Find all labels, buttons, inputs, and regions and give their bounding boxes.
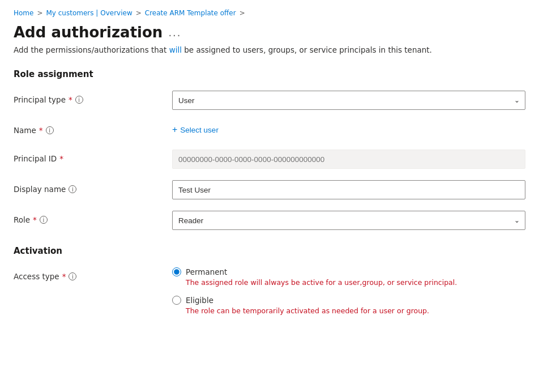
plus-icon: + bbox=[172, 125, 177, 135]
principal-type-select[interactable]: User Group Service Principal bbox=[172, 91, 525, 110]
principal-type-row: Principal type * i User Group Service Pr… bbox=[14, 91, 525, 110]
breadcrumb-mycustomers[interactable]: My customers | Overview bbox=[46, 9, 132, 17]
eligible-text: Eligible bbox=[186, 296, 213, 305]
access-type-radio-group: Permanent The assigned role will always … bbox=[172, 267, 525, 316]
breadcrumb-create[interactable]: Create ARM Template offer bbox=[145, 9, 236, 17]
breadcrumb-sep2: > bbox=[136, 9, 142, 17]
name-row: Name * i + Select user bbox=[14, 121, 525, 138]
name-required: * bbox=[39, 126, 43, 135]
role-assignment-title: Role assignment bbox=[14, 69, 525, 79]
principal-id-input[interactable] bbox=[172, 150, 525, 169]
principal-type-info-icon[interactable]: i bbox=[75, 96, 83, 104]
eligible-option: Eligible The role can be temporarily act… bbox=[172, 296, 525, 316]
principal-type-select-wrapper: User Group Service Principal ⌄ bbox=[172, 91, 525, 110]
display-name-control bbox=[172, 180, 525, 199]
access-type-info-icon[interactable]: i bbox=[69, 272, 76, 280]
principal-id-required: * bbox=[59, 154, 63, 163]
access-type-control: Permanent The assigned role will always … bbox=[172, 267, 525, 316]
role-assignment-section: Role assignment Principal type * i User … bbox=[14, 69, 525, 230]
page-description: Add the permissions/authorizations that … bbox=[14, 44, 525, 56]
display-name-row: Display name i bbox=[14, 180, 525, 199]
activation-title: Activation bbox=[14, 246, 525, 256]
breadcrumb-sep1: > bbox=[37, 9, 42, 17]
role-required: * bbox=[33, 215, 37, 224]
name-control: + Select user bbox=[172, 121, 525, 138]
page-title-dots[interactable]: ... bbox=[168, 27, 181, 39]
principal-type-label: Principal type * i bbox=[14, 91, 172, 104]
description-highlight: will bbox=[169, 45, 182, 54]
role-select-wrapper: Reader Owner Contributor ⌄ bbox=[172, 211, 525, 230]
permanent-option: Permanent The assigned role will always … bbox=[172, 267, 525, 288]
select-user-button[interactable]: + Select user bbox=[172, 121, 219, 138]
breadcrumb: Home > My customers | Overview > Create … bbox=[14, 9, 525, 17]
display-name-label: Display name i bbox=[14, 180, 172, 194]
breadcrumb-sep3: > bbox=[239, 9, 245, 17]
page-title: Add authorization bbox=[14, 24, 162, 41]
select-user-label: Select user bbox=[180, 126, 219, 134]
role-select[interactable]: Reader Owner Contributor bbox=[172, 211, 525, 230]
permanent-radio[interactable] bbox=[172, 267, 181, 276]
access-type-label: Access type * i bbox=[14, 267, 172, 281]
display-name-input[interactable] bbox=[172, 180, 525, 199]
description-start: Add the permissions/authorizations that bbox=[14, 45, 169, 54]
display-name-info-icon[interactable]: i bbox=[69, 185, 76, 193]
description-end: be assigned to users, groups, or service… bbox=[182, 45, 432, 54]
page-title-container: Add authorization ... bbox=[14, 24, 525, 41]
name-info-icon[interactable]: i bbox=[46, 126, 54, 134]
principal-id-label: Principal ID * bbox=[14, 150, 172, 163]
principal-id-control bbox=[172, 150, 525, 169]
eligible-description: The role can be temporarily activated as… bbox=[186, 306, 525, 316]
role-label: Role * i bbox=[14, 211, 172, 224]
access-type-row: Access type * i Permanent The assigned r… bbox=[14, 267, 525, 316]
principal-type-required: * bbox=[69, 95, 72, 104]
role-row: Role * i Reader Owner Contributor ⌄ bbox=[14, 211, 525, 230]
permanent-text: Permanent bbox=[186, 267, 227, 276]
breadcrumb-home[interactable]: Home bbox=[14, 9, 33, 17]
eligible-radio[interactable] bbox=[172, 296, 181, 305]
principal-id-row: Principal ID * bbox=[14, 150, 525, 169]
name-label: Name * i bbox=[14, 121, 172, 135]
role-info-icon[interactable]: i bbox=[40, 216, 48, 224]
role-control: Reader Owner Contributor ⌄ bbox=[172, 211, 525, 230]
activation-section: Activation Access type * i Permanent The… bbox=[14, 246, 525, 316]
principal-type-control: User Group Service Principal ⌄ bbox=[172, 91, 525, 110]
permanent-description: The assigned role will always be active … bbox=[186, 278, 525, 288]
access-type-required: * bbox=[62, 272, 66, 281]
permanent-label[interactable]: Permanent bbox=[172, 267, 525, 276]
eligible-label[interactable]: Eligible bbox=[172, 296, 525, 305]
